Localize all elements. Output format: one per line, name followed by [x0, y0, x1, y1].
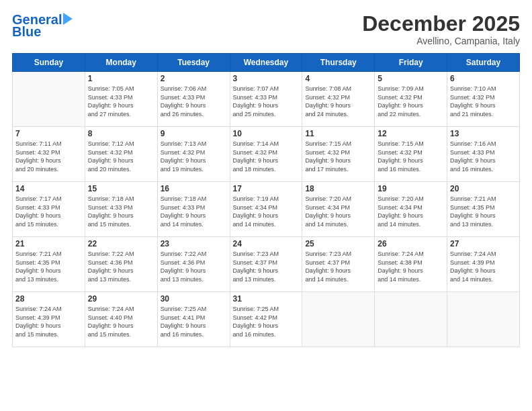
calendar-cell: 13Sunrise: 7:16 AM Sunset: 4:33 PM Dayli… [447, 127, 520, 182]
day-number: 24 [233, 239, 300, 248]
calendar-cell [447, 292, 520, 347]
calendar-cell: 28Sunrise: 7:24 AM Sunset: 4:39 PM Dayli… [13, 292, 85, 347]
calendar-cell [13, 72, 85, 127]
logo-blue: Blue [12, 24, 41, 39]
calendar-cell: 10Sunrise: 7:14 AM Sunset: 4:32 PM Dayli… [230, 127, 302, 182]
day-info: Sunrise: 7:20 AM Sunset: 4:34 PM Dayligh… [378, 195, 444, 228]
day-number: 27 [450, 239, 517, 248]
header: General Blue December 2025 Avellino, Cam… [12, 12, 520, 46]
calendar-cell: 8Sunrise: 7:12 AM Sunset: 4:32 PM Daylig… [85, 127, 157, 182]
calendar-cell: 5Sunrise: 7:09 AM Sunset: 4:32 PM Daylig… [375, 72, 447, 127]
day-number: 29 [88, 294, 154, 304]
calendar-cell: 16Sunrise: 7:18 AM Sunset: 4:33 PM Dayli… [157, 182, 230, 237]
calendar-cell: 2Sunrise: 7:06 AM Sunset: 4:33 PM Daylig… [157, 72, 230, 127]
calendar-cell: 11Sunrise: 7:15 AM Sunset: 4:32 PM Dayli… [302, 127, 375, 182]
calendar-cell: 4Sunrise: 7:08 AM Sunset: 4:32 PM Daylig… [302, 72, 375, 127]
day-number: 16 [161, 184, 227, 193]
calendar-cell: 1Sunrise: 7:05 AM Sunset: 4:33 PM Daylig… [85, 72, 157, 127]
day-number: 26 [378, 239, 444, 248]
day-number: 22 [88, 239, 154, 248]
weekday-header-friday: Friday [375, 54, 447, 72]
calendar-cell: 6Sunrise: 7:10 AM Sunset: 4:32 PM Daylig… [447, 72, 520, 127]
calendar-cell: 31Sunrise: 7:25 AM Sunset: 4:42 PM Dayli… [230, 292, 302, 347]
weekday-header-tuesday: Tuesday [157, 54, 230, 72]
day-info: Sunrise: 7:18 AM Sunset: 4:33 PM Dayligh… [88, 195, 154, 228]
weekday-header-saturday: Saturday [447, 54, 520, 72]
calendar-cell: 22Sunrise: 7:22 AM Sunset: 4:36 PM Dayli… [85, 237, 157, 292]
day-info: Sunrise: 7:23 AM Sunset: 4:37 PM Dayligh… [233, 250, 300, 283]
calendar-cell: 24Sunrise: 7:23 AM Sunset: 4:37 PM Dayli… [230, 237, 302, 292]
day-info: Sunrise: 7:24 AM Sunset: 4:40 PM Dayligh… [88, 305, 154, 338]
day-info: Sunrise: 7:06 AM Sunset: 4:33 PM Dayligh… [161, 85, 227, 118]
day-number: 9 [161, 129, 227, 138]
weekday-header-wednesday: Wednesday [230, 54, 302, 72]
day-info: Sunrise: 7:15 AM Sunset: 4:32 PM Dayligh… [378, 140, 444, 173]
weekday-header-row: SundayMondayTuesdayWednesdayThursdayFrid… [13, 54, 520, 72]
calendar-table: SundayMondayTuesdayWednesdayThursdayFrid… [12, 53, 520, 347]
logo-arrow-icon [63, 13, 73, 25]
day-info: Sunrise: 7:22 AM Sunset: 4:36 PM Dayligh… [161, 250, 227, 283]
day-number: 18 [305, 184, 371, 193]
day-number: 5 [378, 74, 444, 83]
calendar-week-row: 1Sunrise: 7:05 AM Sunset: 4:33 PM Daylig… [13, 72, 520, 127]
day-info: Sunrise: 7:16 AM Sunset: 4:33 PM Dayligh… [450, 140, 517, 173]
calendar-week-row: 21Sunrise: 7:21 AM Sunset: 4:35 PM Dayli… [13, 237, 520, 292]
day-number: 17 [233, 184, 300, 193]
day-number: 28 [15, 294, 82, 304]
day-number: 7 [15, 129, 82, 138]
day-number: 15 [88, 184, 154, 193]
day-info: Sunrise: 7:21 AM Sunset: 4:35 PM Dayligh… [450, 195, 517, 228]
day-info: Sunrise: 7:19 AM Sunset: 4:34 PM Dayligh… [233, 195, 300, 228]
day-info: Sunrise: 7:21 AM Sunset: 4:35 PM Dayligh… [15, 250, 82, 283]
day-number: 19 [378, 184, 444, 193]
day-number: 8 [88, 129, 154, 138]
calendar-cell: 15Sunrise: 7:18 AM Sunset: 4:33 PM Dayli… [85, 182, 157, 237]
day-number: 1 [88, 74, 154, 83]
calendar-cell: 25Sunrise: 7:23 AM Sunset: 4:37 PM Dayli… [302, 237, 375, 292]
day-number: 2 [161, 74, 227, 83]
calendar-cell: 27Sunrise: 7:24 AM Sunset: 4:39 PM Dayli… [447, 237, 520, 292]
calendar-subtitle: Avellino, Campania, Italy [362, 36, 520, 46]
day-info: Sunrise: 7:05 AM Sunset: 4:33 PM Dayligh… [88, 85, 154, 118]
day-number: 12 [378, 129, 444, 138]
calendar-cell: 26Sunrise: 7:24 AM Sunset: 4:38 PM Dayli… [375, 237, 447, 292]
calendar-cell: 17Sunrise: 7:19 AM Sunset: 4:34 PM Dayli… [230, 182, 302, 237]
day-number: 10 [233, 129, 300, 138]
calendar-cell [375, 292, 447, 347]
day-info: Sunrise: 7:17 AM Sunset: 4:33 PM Dayligh… [15, 195, 82, 228]
day-info: Sunrise: 7:24 AM Sunset: 4:39 PM Dayligh… [450, 250, 517, 283]
calendar-title: December 2025 [362, 12, 520, 36]
calendar-cell: 23Sunrise: 7:22 AM Sunset: 4:36 PM Dayli… [157, 237, 230, 292]
day-info: Sunrise: 7:14 AM Sunset: 4:32 PM Dayligh… [233, 140, 300, 173]
day-number: 4 [305, 74, 371, 83]
calendar-cell [302, 292, 375, 347]
day-info: Sunrise: 7:20 AM Sunset: 4:34 PM Dayligh… [305, 195, 371, 228]
calendar-cell: 9Sunrise: 7:13 AM Sunset: 4:32 PM Daylig… [157, 127, 230, 182]
day-info: Sunrise: 7:12 AM Sunset: 4:32 PM Dayligh… [88, 140, 154, 173]
day-number: 21 [15, 239, 82, 248]
day-info: Sunrise: 7:24 AM Sunset: 4:39 PM Dayligh… [15, 305, 82, 338]
day-number: 3 [233, 74, 300, 83]
day-info: Sunrise: 7:25 AM Sunset: 4:42 PM Dayligh… [233, 305, 300, 338]
day-info: Sunrise: 7:09 AM Sunset: 4:32 PM Dayligh… [378, 85, 444, 118]
weekday-header-sunday: Sunday [13, 54, 85, 72]
day-info: Sunrise: 7:24 AM Sunset: 4:38 PM Dayligh… [378, 250, 444, 283]
day-info: Sunrise: 7:08 AM Sunset: 4:32 PM Dayligh… [305, 85, 371, 118]
day-info: Sunrise: 7:18 AM Sunset: 4:33 PM Dayligh… [161, 195, 227, 228]
calendar-week-row: 28Sunrise: 7:24 AM Sunset: 4:39 PM Dayli… [13, 292, 520, 347]
day-info: Sunrise: 7:15 AM Sunset: 4:32 PM Dayligh… [305, 140, 371, 173]
calendar-week-row: 7Sunrise: 7:11 AM Sunset: 4:32 PM Daylig… [13, 127, 520, 182]
calendar-cell: 19Sunrise: 7:20 AM Sunset: 4:34 PM Dayli… [375, 182, 447, 237]
day-number: 25 [305, 239, 371, 248]
day-number: 23 [161, 239, 227, 248]
day-info: Sunrise: 7:10 AM Sunset: 4:32 PM Dayligh… [450, 85, 517, 118]
calendar-cell: 30Sunrise: 7:25 AM Sunset: 4:41 PM Dayli… [157, 292, 230, 347]
day-info: Sunrise: 7:07 AM Sunset: 4:33 PM Dayligh… [233, 85, 300, 118]
day-number: 11 [305, 129, 371, 138]
day-info: Sunrise: 7:22 AM Sunset: 4:36 PM Dayligh… [88, 250, 154, 283]
logo: General Blue [12, 12, 73, 39]
calendar-cell: 18Sunrise: 7:20 AM Sunset: 4:34 PM Dayli… [302, 182, 375, 237]
calendar-cell: 3Sunrise: 7:07 AM Sunset: 4:33 PM Daylig… [230, 72, 302, 127]
day-number: 30 [161, 294, 227, 304]
day-number: 13 [450, 129, 517, 138]
